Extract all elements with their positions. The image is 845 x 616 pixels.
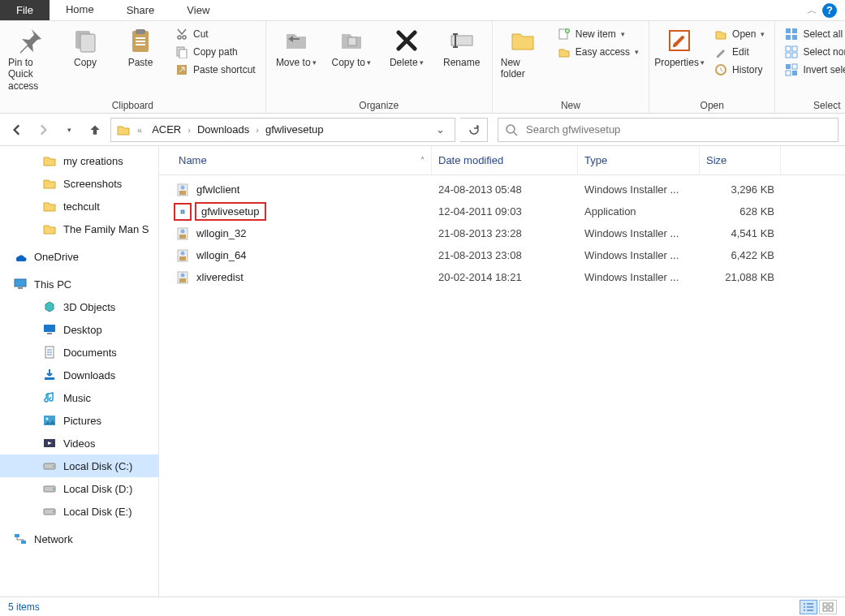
chevron-right-icon: › [184, 125, 194, 135]
move-to-button[interactable]: Move to▾ [273, 24, 320, 71]
file-type: Application [578, 205, 700, 218]
file-row[interactable]: gfwlivesetup12-04-2011 09:03Application6… [172, 200, 845, 222]
sidebar-network[interactable]: Network [0, 528, 158, 550]
search-input[interactable]: Search gfwlivesetup [498, 118, 839, 142]
svg-rect-60 [823, 603, 827, 606]
open-button[interactable]: Open▾ [711, 26, 768, 42]
column-name[interactable]: Name˄ [172, 146, 432, 174]
file-size: 3,296 KB [700, 183, 781, 196]
refresh-button[interactable] [460, 118, 488, 142]
tab-file[interactable]: File [0, 0, 50, 20]
sidebar-item[interactable]: Pictures [0, 409, 158, 432]
sidebar-item[interactable]: techcult [0, 195, 158, 218]
sidebar-onedrive[interactable]: OneDrive [0, 245, 158, 268]
svg-rect-45 [21, 541, 26, 544]
copy-path-button[interactable]: Copy path [172, 44, 259, 60]
sidebar-item[interactable]: Documents [0, 341, 158, 364]
sidebar-item[interactable]: my creations [0, 149, 158, 172]
breadcrumb-item[interactable]: Downloads [194, 122, 252, 137]
group-open-label: Open [656, 98, 768, 111]
svg-point-56 [181, 251, 185, 255]
sidebar-item[interactable]: Local Disk (E:) [0, 500, 158, 523]
history-button[interactable]: History [711, 62, 768, 78]
back-button[interactable] [6, 119, 28, 140]
desktop-icon [42, 322, 57, 337]
pin-label: Pin to Quick access [8, 57, 52, 92]
sidebar-item-label: Documents [63, 347, 117, 359]
file-row[interactable]: wllogin_6421-08-2013 23:08Windows Instal… [172, 244, 845, 266]
tab-home[interactable]: Home [50, 0, 110, 20]
column-size[interactable]: Size [700, 146, 781, 174]
file-icon [175, 248, 190, 263]
sidebar-item[interactable]: Music [0, 386, 158, 409]
breadcrumb-dropdown[interactable]: ⌄ [431, 123, 450, 136]
sidebar-item[interactable]: Local Disk (C:) [0, 454, 158, 477]
file-type: Windows Installer ... [578, 271, 700, 283]
svg-rect-63 [829, 608, 833, 611]
rename-button[interactable]: Rename [438, 24, 485, 71]
network-icon [13, 532, 28, 546]
sidebar-item[interactable]: Desktop [0, 318, 158, 341]
dropdown-icon: ▾ [701, 58, 705, 67]
help-icon[interactable]: ? [822, 3, 837, 18]
column-type[interactable]: Type [578, 146, 700, 174]
up-button[interactable] [84, 119, 106, 140]
navigation-pane[interactable]: my creationsScreenshotstechcultThe Famil… [0, 146, 159, 597]
copy-to-button[interactable]: Copy to▾ [328, 24, 375, 71]
large-icons-view-button[interactable] [819, 600, 837, 614]
details-view-button[interactable] [800, 600, 817, 614]
music-icon [42, 390, 57, 405]
breadcrumb[interactable]: « ACER›Downloads›gfwlivesetup ⌄ [110, 118, 455, 142]
new-item-button[interactable]: New item▾ [554, 26, 642, 42]
file-row[interactable]: gfwlclient24-08-2013 05:48Windows Instal… [172, 179, 845, 200]
sidebar-item[interactable]: Downloads [0, 364, 158, 386]
easy-access-button[interactable]: Easy access▾ [554, 44, 642, 60]
forward-button[interactable] [32, 119, 54, 140]
dropdown-icon: ▾ [367, 58, 371, 67]
delete-button[interactable]: Delete▾ [383, 24, 430, 71]
svg-rect-31 [44, 325, 55, 332]
copy-button[interactable]: Copy [62, 24, 109, 71]
group-select: Select all Select none Invert selection … [775, 21, 845, 113]
invert-selection-button[interactable]: Invert selection [782, 62, 845, 78]
file-row[interactable]: xliveredist20-02-2014 18:21Windows Insta… [172, 266, 845, 288]
svg-rect-16 [786, 28, 791, 33]
sidebar-item[interactable]: 3D Objects [0, 295, 158, 318]
dropdown-icon: ▾ [635, 48, 639, 56]
file-name: gfwlclient [196, 183, 239, 196]
paste-shortcut-button[interactable]: Paste shortcut [172, 62, 259, 78]
properties-button[interactable]: Properties▾ [656, 24, 703, 71]
edit-button[interactable]: Edit [711, 44, 768, 60]
pin-to-quick-access-button[interactable]: Pin to Quick access [6, 24, 54, 95]
svg-rect-3 [136, 29, 145, 34]
paste-button[interactable]: Paste [117, 24, 164, 71]
recent-locations-button[interactable]: ▾ [58, 119, 80, 140]
minimize-ribbon-icon[interactable]: ︿ [807, 3, 817, 18]
svg-rect-44 [15, 534, 19, 537]
sidebar-item[interactable]: The Family Man S [0, 218, 158, 240]
breadcrumb-item[interactable]: ACER [149, 122, 184, 137]
sidebar-item-label: Downloads [63, 369, 115, 381]
group-open: Properties▾ Open▾ Edit History Open [649, 21, 775, 113]
sidebar-this-pc[interactable]: This PC [0, 273, 158, 295]
breadcrumb-item[interactable]: gfwlivesetup [262, 122, 327, 137]
sidebar-item-label: my creations [63, 155, 123, 167]
tab-view[interactable]: View [170, 0, 226, 20]
select-none-button[interactable]: Select none [782, 44, 845, 60]
sidebar-item[interactable]: Screenshots [0, 172, 158, 195]
sidebar-item[interactable]: Videos [0, 432, 158, 454]
cut-button[interactable]: Cut [172, 26, 259, 42]
select-all-button[interactable]: Select all [782, 26, 845, 42]
column-date[interactable]: Date modified [432, 146, 578, 174]
tab-share[interactable]: Share [110, 0, 171, 20]
file-type: Windows Installer ... [578, 227, 700, 239]
file-date: 21-08-2013 23:08 [432, 249, 578, 261]
sidebar-item[interactable]: Local Disk (D:) [0, 477, 158, 500]
file-icon [175, 270, 190, 285]
file-rows: gfwlclient24-08-2013 05:48Windows Instal… [159, 175, 845, 291]
file-row[interactable]: wllogin_3221-08-2013 23:28Windows Instal… [172, 222, 845, 244]
column-headers: Name˄ Date modified Type Size [159, 146, 845, 175]
svg-point-43 [53, 511, 54, 513]
ribbon: Pin to Quick access Copy Paste Cut Copy … [0, 21, 845, 114]
new-folder-button[interactable]: New folder [499, 24, 546, 84]
